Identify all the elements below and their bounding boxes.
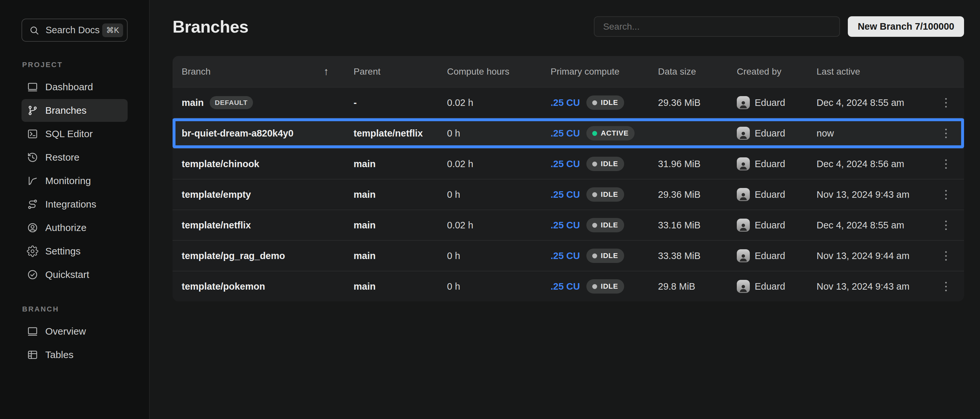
sidebar-item-label: Branches <box>45 105 87 116</box>
settings-icon <box>27 245 38 257</box>
page-header: Branches New Branch 7/100000 <box>173 16 964 37</box>
sql-editor-icon <box>27 128 38 140</box>
branches-icon <box>27 105 38 116</box>
sidebar-item-settings[interactable]: Settings <box>21 240 127 263</box>
header-controls: New Branch 7/100000 <box>594 16 964 37</box>
row-menu-button[interactable] <box>938 215 954 235</box>
project-nav: Dashboard Branches SQL Editor Restore Mo… <box>21 76 127 286</box>
table-row-template-chinook[interactable]: template/chinook main 0.02 h .25 CUIDLE … <box>173 148 964 179</box>
idle-dot-icon <box>592 192 597 197</box>
status-badge: IDLE <box>586 187 624 202</box>
quickstart-icon <box>27 269 38 280</box>
sidebar-item-label: Monitoring <box>45 175 91 186</box>
table-row-template-pokemon[interactable]: template/pokemon main 0 h .25 CUIDLE 29.… <box>173 271 964 301</box>
table-row-template-pg-rag-demo[interactable]: template/pg_rag_demo main 0 h .25 CUIDLE… <box>173 240 964 271</box>
row-menu-button[interactable] <box>938 154 954 174</box>
restore-icon <box>27 151 38 163</box>
main-content: Branches New Branch 7/100000 Branch ↑ Pa… <box>150 0 980 419</box>
search-docs-button[interactable]: Search Docs ⌘K <box>21 19 127 42</box>
column-header-data-size[interactable]: Data size <box>649 67 728 77</box>
avatar <box>737 249 750 262</box>
overview-icon <box>27 325 38 337</box>
sidebar-item-integrations[interactable]: Integrations <box>21 193 127 216</box>
idle-dot-icon <box>592 100 597 105</box>
compute-size-link[interactable]: .25 CU <box>550 250 580 261</box>
idle-dot-icon <box>592 223 597 228</box>
sidebar-item-authorize[interactable]: Authorize <box>21 216 127 239</box>
idle-dot-icon <box>592 162 597 166</box>
status-badge: IDLE <box>586 157 624 171</box>
compute-size-link[interactable]: .25 CU <box>550 189 580 200</box>
branch-nav: Overview Tables <box>21 320 127 366</box>
column-header-created-by[interactable]: Created by <box>728 67 807 77</box>
sidebar-item-label: Tables <box>45 349 73 360</box>
status-badge: IDLE <box>586 279 624 293</box>
app-window: Search Docs ⌘K PROJECT Dashboard Branche… <box>0 0 980 419</box>
idle-dot-icon <box>592 253 597 258</box>
page-title: Branches <box>173 17 248 37</box>
column-header-branch[interactable]: Branch ↑ <box>173 65 344 78</box>
sidebar-item-label: Authorize <box>45 222 87 233</box>
table-row-br-quiet-dream[interactable]: br-quiet-dream-a820k4y0 template/netflix… <box>173 118 964 148</box>
sidebar-item-label: Restore <box>45 152 80 163</box>
sidebar-section-project: PROJECT <box>22 61 149 69</box>
sidebar-item-label: Settings <box>45 246 80 257</box>
avatar <box>737 280 750 293</box>
search-icon <box>29 25 40 36</box>
integrations-icon <box>27 198 38 210</box>
avatar <box>737 218 750 232</box>
table-row-template-empty[interactable]: template/empty main 0 h .25 CUIDLE 29.36… <box>173 179 964 209</box>
row-menu-button[interactable] <box>938 93 954 112</box>
status-badge: ACTIVE <box>586 126 634 140</box>
table-row-main[interactable]: mainDEFAULT - 0.02 h .25 CUIDLE 29.36 Mi… <box>173 87 964 118</box>
row-menu-button[interactable] <box>938 277 954 296</box>
column-header-compute-hours[interactable]: Compute hours <box>438 67 541 77</box>
branch-search-input[interactable] <box>594 16 840 37</box>
dashboard-icon <box>27 81 38 93</box>
sidebar-item-label: Integrations <box>45 199 96 210</box>
sidebar-item-label: Dashboard <box>45 81 93 92</box>
sidebar-item-monitoring[interactable]: Monitoring <box>21 169 127 192</box>
column-header-last-active[interactable]: Last active <box>807 67 938 77</box>
new-branch-button[interactable]: New Branch 7/100000 <box>848 16 964 37</box>
sidebar-item-sql-editor[interactable]: SQL Editor <box>21 123 127 145</box>
avatar <box>737 96 750 109</box>
compute-size-link[interactable]: .25 CU <box>550 159 580 169</box>
keyboard-shortcut-badge: ⌘K <box>102 24 123 37</box>
column-header-primary-compute[interactable]: Primary compute <box>541 67 649 77</box>
active-dot-icon <box>592 131 597 136</box>
compute-size-link[interactable]: .25 CU <box>550 97 580 108</box>
table-header-row: Branch ↑ Parent Compute hours Primary co… <box>173 56 964 87</box>
sidebar-item-overview[interactable]: Overview <box>21 320 127 343</box>
monitoring-icon <box>27 175 38 187</box>
sidebar-item-restore[interactable]: Restore <box>21 146 127 169</box>
authorize-icon <box>27 222 38 234</box>
row-menu-button[interactable] <box>938 123 954 143</box>
sidebar-item-dashboard[interactable]: Dashboard <box>21 76 127 99</box>
column-header-parent[interactable]: Parent <box>344 67 438 77</box>
compute-size-link[interactable]: .25 CU <box>550 281 580 292</box>
sort-ascending-icon[interactable]: ↑ <box>324 65 329 78</box>
avatar <box>737 127 750 140</box>
row-menu-button[interactable] <box>938 246 954 266</box>
status-badge: IDLE <box>586 249 624 263</box>
compute-size-link[interactable]: .25 CU <box>550 128 580 139</box>
avatar <box>737 188 750 201</box>
sidebar-item-branches[interactable]: Branches <box>21 99 127 122</box>
table-row-template-netflix[interactable]: template/netflix main 0.02 h .25 CUIDLE … <box>173 209 964 240</box>
sidebar-item-tables[interactable]: Tables <box>21 343 127 366</box>
sidebar-item-quickstart[interactable]: Quickstart <box>21 263 127 286</box>
compute-size-link[interactable]: .25 CU <box>550 220 580 231</box>
sidebar-section-branch: BRANCH <box>22 305 149 314</box>
avatar <box>737 158 750 170</box>
row-menu-button[interactable] <box>938 185 954 204</box>
idle-dot-icon <box>592 284 597 289</box>
tables-icon <box>27 349 38 361</box>
sidebar: Search Docs ⌘K PROJECT Dashboard Branche… <box>0 0 150 419</box>
status-badge: IDLE <box>586 218 624 232</box>
default-badge: DEFAULT <box>210 96 253 109</box>
sidebar-item-label: Overview <box>45 326 86 337</box>
search-docs-label: Search Docs <box>46 25 100 35</box>
branches-table: Branch ↑ Parent Compute hours Primary co… <box>173 56 964 301</box>
sidebar-item-label: Quickstart <box>45 269 89 280</box>
